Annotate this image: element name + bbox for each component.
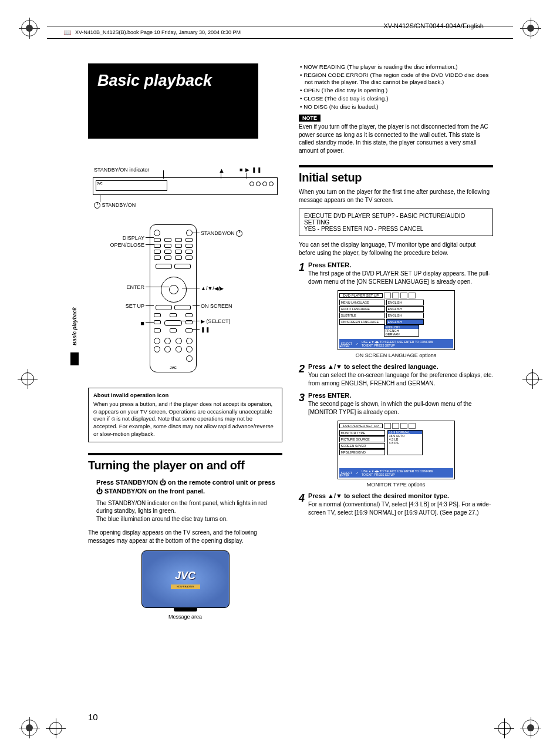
- standby-indicator-label: STANDBY/ON indicator: [94, 167, 149, 173]
- list-item: NOW READING (The player is reading the d…: [300, 63, 493, 71]
- step-body: For a normal (conventional) TV, select […: [308, 500, 493, 516]
- prompt-line-1: EXECUTE DVD PLAYER SETUP? - BASIC PICTUR…: [304, 213, 488, 226]
- step-number: 3: [299, 392, 308, 404]
- osd-caption: MONITOR TYPE options: [338, 482, 455, 488]
- header-book-line: XV-N410B_N412S(B).book Page 10 Friday, J…: [75, 29, 241, 35]
- open-close-label: OPEN/CLOSE: [88, 242, 144, 248]
- display-label: DISPLAY: [88, 235, 144, 241]
- list-item: NO DISC (No disc is loaded.): [300, 103, 493, 111]
- after-prompt-text: You can set the display language, TV mon…: [299, 241, 493, 257]
- osd-figure-monitor: DVD PLAYER SET UP MONITOR TYPE PICTURE S…: [338, 421, 455, 488]
- osd-footer: SELECT ⤢ USE ▲▼◀▶ TO SELECT, USE ENTER T…: [339, 468, 453, 478]
- turning-body-3: The opening display appears on the TV sc…: [88, 529, 282, 545]
- osd-tab-icon: [392, 423, 399, 429]
- step-body: The first page of the DVD PLAYER SET UP …: [308, 270, 493, 285]
- osd-tab-icon: [400, 293, 407, 298]
- osd-tab-icon: [400, 423, 407, 429]
- invalid-title: About invalid operation icon: [93, 392, 277, 399]
- registration-mark-icon: [21, 20, 38, 36]
- power-icon: [236, 230, 242, 237]
- step-body: The second page is shown, in which the p…: [308, 400, 493, 416]
- on-screen-label: ON SCREEN: [201, 303, 232, 309]
- step-head: Press ENTER.: [308, 392, 351, 399]
- osd-dropdown: ENGLISH FRENCH GERMAN: [384, 325, 419, 337]
- status-messages-list: NOW READING (The player is reading the d…: [299, 63, 493, 110]
- cross-mark-icon: [522, 369, 542, 389]
- cross-mark-icon: [46, 718, 66, 738]
- pause-icon: ❚❚: [201, 327, 210, 332]
- osd-figure-language: DVD PLAYER SET UP MENU LANGUAGEENGLISH A…: [338, 290, 455, 358]
- registration-mark-icon: [522, 720, 539, 736]
- step-head: Press ▲/▼ to select the desired language…: [308, 363, 438, 370]
- step-body: You can select the on-screen language fo…: [308, 371, 493, 387]
- tv-caption: Message area: [141, 614, 230, 620]
- list-item: CLOSE (The disc tray is closing.): [300, 95, 493, 103]
- standby-on-remote-label: STANDBY/ON: [201, 230, 242, 237]
- osd-title: DVD PLAYER SET UP: [339, 424, 383, 428]
- left-column: Basic playback STANDBY/ON indicator ▲ ■ …: [88, 63, 282, 620]
- turning-body-2: The blue illumination around the disc tr…: [96, 515, 282, 523]
- right-column: NOW READING (The player is reading the d…: [299, 63, 493, 620]
- registration-mark-icon: [21, 720, 38, 736]
- chapter-title: Basic playback: [88, 63, 258, 139]
- step-number: 2: [299, 363, 308, 375]
- step-1: 1 Press ENTER. The first page of the DVD…: [299, 261, 493, 285]
- remote-brand: JVC: [150, 366, 196, 369]
- initial-intro: When you turn on the player for the firs…: [299, 188, 493, 204]
- section-rule: [299, 165, 493, 167]
- device-diagram: STANDBY/ON indicator ▲ ■ ▶ ❚❚ JVC STANDB…: [88, 162, 282, 221]
- eject-icon: ▲: [218, 167, 225, 174]
- osd-tab-icon: [409, 423, 416, 429]
- remote-body: JVC: [150, 224, 197, 372]
- enter-label: ENTER: [88, 284, 144, 290]
- initial-setup-heading: Initial setup: [299, 171, 493, 184]
- osd-tab-icon: [392, 293, 399, 298]
- osd-caption: ON SCREEN LANGUAGE options: [338, 352, 455, 358]
- select-label: ▶ (SELECT): [201, 318, 231, 324]
- step-head: Press ▲/▼ to select the desired monitor …: [308, 492, 449, 499]
- prompt-line-2: YES - PRESS ENTER NO - PRESS CANCEL: [304, 226, 488, 232]
- device-body: JVC: [93, 177, 278, 195]
- osd-tab-icon: [384, 293, 391, 298]
- step-3: 3 Press ENTER. The second page is shown,…: [299, 392, 493, 416]
- step-number: 4: [299, 492, 308, 505]
- dpad-icon: [161, 277, 187, 303]
- device-brand: JVC: [97, 182, 103, 185]
- cross-mark-icon: [18, 369, 38, 389]
- arrows-label: ▲/▼/◀/▶: [201, 285, 224, 291]
- note-tag: NOTE: [299, 115, 321, 122]
- side-tab-marker: [70, 352, 79, 365]
- page: 📖 XV-N410B_N412S(B).book Page 10 Friday,…: [0, 0, 560, 756]
- press-standby-line: Press STANDBY/ON ⏻ on the remote control…: [96, 478, 282, 496]
- registration-mark-icon: [522, 20, 539, 36]
- cross-mark-icon: [494, 718, 514, 738]
- osd-tab-icon: [384, 423, 391, 429]
- step-4: 4 Press ▲/▼ to select the desired monito…: [299, 492, 493, 516]
- section-rule: [88, 453, 282, 455]
- step-head: Press ENTER.: [308, 261, 351, 268]
- list-item: REGION CODE ERROR! (The region code of t…: [300, 72, 493, 86]
- osd-footer: SELECT ⤢ USE ▲▼◀▶ TO SELECT, USE ENTER T…: [339, 339, 453, 348]
- osd-tab-icon: [409, 293, 416, 298]
- content-area: Basic playback STANDBY/ON indicator ▲ ■ …: [88, 63, 493, 620]
- invalid-body: When you press a button, and if the play…: [93, 401, 277, 438]
- book-icon: 📖: [63, 29, 72, 36]
- remote-diagram: JVC DISPLAY OPEN/CLOSE ENTER SET UP ■ ST…: [88, 224, 282, 377]
- setup-label: SET UP: [88, 303, 144, 309]
- osd-title: DVD PLAYER SET UP: [339, 293, 383, 298]
- power-icon: [94, 202, 100, 209]
- page-number: 10: [88, 712, 98, 722]
- setup-prompt-box: EXECUTE DVD PLAYER SETUP? - BASIC PICTUR…: [299, 209, 493, 236]
- note-body: Even if you turn off the player, the pla…: [299, 123, 493, 154]
- step-2: 2 Press ▲/▼ to select the desired langua…: [299, 363, 493, 387]
- list-item: OPEN (The disc tray is opening.): [300, 87, 493, 95]
- side-tab-label: Basic playback: [70, 300, 79, 352]
- tv-figure: JVC NOW READING Message area: [141, 550, 230, 620]
- osd-dropdown: 16:9 NORMAL 16:9 AUTO 4:3 LB 4:3 PS: [387, 430, 423, 455]
- transport-icons: ■ ▶ ❚❚: [239, 167, 262, 173]
- document-id: XV-N412S/GNT0044-004A/English: [383, 22, 484, 29]
- turning-heading: Turning the player on and off: [88, 459, 282, 472]
- standby-on-label: STANDBY/ON: [94, 202, 136, 209]
- tv-message-area: NOW READING: [171, 584, 200, 589]
- step-number: 1: [299, 261, 308, 274]
